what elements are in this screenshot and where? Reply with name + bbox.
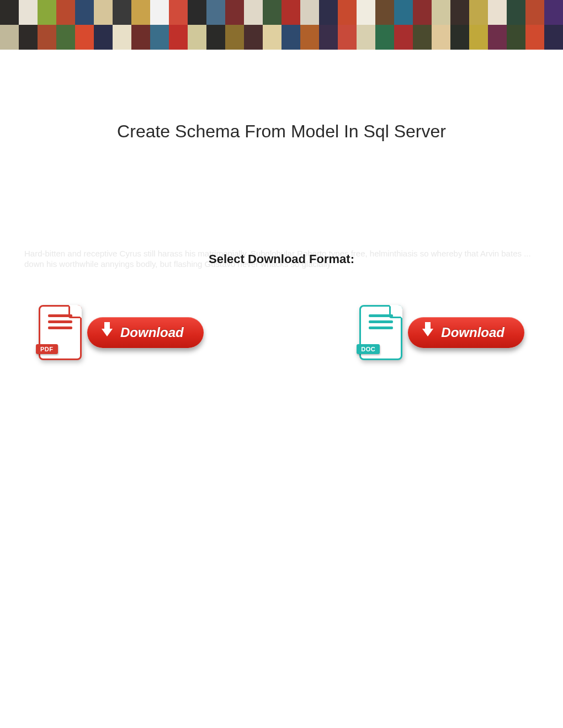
banner-cell [150, 0, 169, 25]
banner-cell [75, 25, 94, 50]
download-doc-label: Download [441, 325, 504, 340]
banner-cell [19, 0, 38, 25]
banner-cell [38, 0, 56, 25]
banner-cell [206, 0, 225, 25]
banner-cell [150, 25, 169, 50]
banner-cell [56, 0, 75, 25]
banner-cell [357, 25, 375, 50]
doc-file-icon: DOC [359, 305, 402, 360]
banner-cell [375, 0, 394, 25]
banner-cell [244, 25, 263, 50]
download-pdf-button[interactable]: Download [87, 317, 204, 348]
banner-cell [56, 25, 75, 50]
banner-cell [413, 25, 432, 50]
banner-cell [19, 25, 38, 50]
banner-cell [0, 0, 19, 25]
download-pdf-label: Download [120, 325, 184, 340]
banner-cell [94, 25, 113, 50]
banner-cell [113, 0, 131, 25]
doc-badge: DOC [357, 344, 380, 354]
pdf-file-icon: PDF [39, 305, 82, 360]
download-group-doc: DOC Download [359, 305, 524, 360]
banner-cell [131, 25, 150, 50]
download-format-label: Select Download Format: [209, 252, 354, 266]
file-lines-icon [369, 314, 393, 339]
banner-cell [469, 25, 488, 50]
download-doc-button[interactable]: Download [408, 317, 524, 348]
banner-collage [0, 0, 563, 50]
download-arrow-icon [422, 329, 433, 336]
banner-cell [394, 25, 413, 50]
banner-cell [413, 0, 432, 25]
banner-cell [450, 0, 469, 25]
banner-cell [169, 25, 188, 50]
page-content: Create Schema From Model In Sql Server H… [0, 121, 563, 360]
banner-cell [188, 0, 206, 25]
banner-cell [394, 0, 413, 25]
page-title: Create Schema From Model In Sql Server [22, 121, 541, 142]
banner-cell [507, 0, 525, 25]
banner-cell [450, 25, 469, 50]
banner-cell [75, 0, 94, 25]
banner-cell [131, 0, 150, 25]
banner-cell [282, 25, 300, 50]
banner-cell [544, 25, 563, 50]
banner-cell [0, 25, 19, 50]
download-buttons-row: PDF Download DOC Download [22, 305, 541, 360]
banner-cell [244, 0, 263, 25]
download-arrow-icon [102, 329, 113, 336]
banner-cell [263, 25, 282, 50]
download-group-pdf: PDF Download [39, 305, 204, 360]
banner-cell [263, 0, 282, 25]
banner-cell [319, 25, 338, 50]
banner-cell [169, 0, 188, 25]
banner-cell [375, 25, 394, 50]
banner-cell [300, 25, 319, 50]
banner-cell [113, 25, 131, 50]
banner-cell [544, 0, 563, 25]
banner-cell [94, 0, 113, 25]
banner-cell [432, 25, 450, 50]
banner-cell [488, 25, 507, 50]
banner-cell [432, 0, 450, 25]
banner-cell [188, 25, 206, 50]
banner-cell [319, 0, 338, 25]
banner-cell [38, 25, 56, 50]
banner-cell [357, 0, 375, 25]
banner-cell [225, 25, 244, 50]
banner-cell [507, 25, 525, 50]
banner-cell [206, 25, 225, 50]
banner-cell [282, 0, 300, 25]
banner-cell [225, 0, 244, 25]
pdf-badge: PDF [36, 344, 58, 354]
banner-cell [338, 0, 357, 25]
banner-cell [488, 0, 507, 25]
banner-cell [525, 25, 544, 50]
banner-cell [338, 25, 357, 50]
download-format-section: Hard-bitten and receptive Cyrus still ha… [22, 252, 541, 266]
banner-cell [525, 0, 544, 25]
banner-cell [300, 0, 319, 25]
banner-cell [469, 0, 488, 25]
file-lines-icon [48, 314, 72, 339]
